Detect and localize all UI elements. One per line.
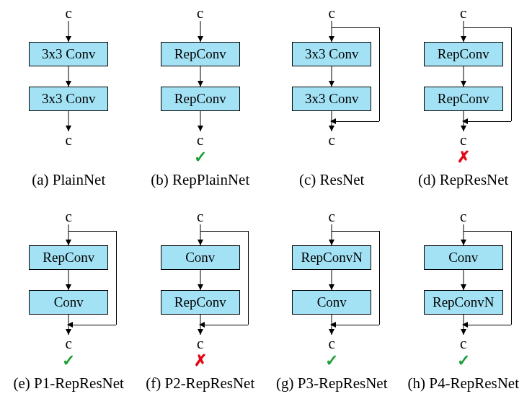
- cell-e-p1represnet: c RepConv Conv c ✓ (e) P1-RepResNet: [3, 209, 135, 413]
- figure-c: c 3x3 Conv 3x3 Conv c: [267, 6, 396, 146]
- skip-connection-line: [248, 231, 249, 325]
- arrowhead-icon: [66, 329, 71, 335]
- skip-connection-line: [464, 231, 511, 232]
- cell-a-plainnet: c 3x3 Conv 3x3 Conv c (a) PlainNet: [3, 6, 135, 209]
- input-label: c: [460, 208, 466, 226]
- output-label: c: [460, 131, 466, 149]
- output-label: c: [329, 131, 335, 149]
- arrowhead-icon: [198, 126, 203, 131]
- arrowhead-icon: [329, 329, 334, 335]
- arrowhead-icon: [66, 81, 71, 87]
- input-label: c: [460, 4, 466, 22]
- diagram-page: c 3x3 Conv 3x3 Conv c (a) PlainNet c Rep…: [0, 0, 532, 412]
- arrowhead-icon: [66, 36, 71, 42]
- skip-connection-line: [334, 121, 379, 122]
- check-icon: ✓: [62, 351, 75, 370]
- caption-h: (h) P4-RepResNet: [407, 374, 519, 393]
- skip-connection-line: [466, 121, 511, 122]
- input-label: c: [66, 4, 72, 22]
- arrowhead-left-icon: [330, 118, 336, 124]
- skip-connection-line: [203, 325, 248, 325]
- arrowhead-icon: [198, 329, 203, 335]
- conv-block-1: 3x3 Conv: [29, 42, 108, 66]
- input-label: c: [329, 4, 335, 22]
- conv-block-1: 3x3 Conv: [292, 42, 371, 66]
- skip-connection-line: [379, 27, 380, 121]
- input-label: c: [197, 208, 203, 226]
- arrowhead-icon: [198, 284, 203, 290]
- conv-block-2: RepConv: [424, 87, 503, 111]
- figure-a: c 3x3 Conv 3x3 Conv c: [4, 6, 133, 146]
- conv-block-1: RepConv: [424, 42, 503, 66]
- arrowhead-left-icon: [199, 322, 205, 328]
- cell-c-resnet: c 3x3 Conv 3x3 Conv c (c) ResNet: [266, 6, 398, 209]
- caption-e: (e) P1-RepResNet: [14, 374, 124, 393]
- conv-block-1: Conv: [424, 245, 503, 270]
- caption-g: (g) P3-RepResNet: [276, 374, 388, 393]
- output-label: c: [66, 335, 72, 353]
- arrowhead-icon: [329, 36, 334, 42]
- conv-block-2: Conv: [29, 290, 108, 315]
- conv-block-1: RepConv: [29, 245, 108, 270]
- input-label: c: [66, 208, 72, 226]
- output-label: c: [66, 131, 72, 149]
- check-icon: ✓: [457, 351, 470, 370]
- caption-b: (b) RepPlainNet: [151, 171, 249, 189]
- figure-f: c Conv RepConv c ✗: [136, 209, 265, 350]
- conv-block-2: RepConvN: [424, 290, 503, 315]
- skip-connection-line: [116, 231, 117, 325]
- skip-connection-line: [379, 231, 380, 325]
- cross-icon: ✗: [457, 148, 470, 167]
- figure-e: c RepConv Conv c ✓: [4, 209, 133, 350]
- arrowhead-icon: [461, 240, 466, 245]
- arrowhead-left-icon: [330, 322, 336, 328]
- caption-a: (a) PlainNet: [32, 171, 105, 189]
- conv-block-1: RepConv: [161, 42, 240, 66]
- arrowhead-icon: [198, 81, 203, 87]
- cell-h-p4represnet: c Conv RepConvN c ✓ (h) P4-RepResNet: [398, 209, 530, 413]
- arrowhead-icon: [461, 81, 466, 87]
- skip-connection-line: [200, 231, 248, 232]
- diagram-grid: c 3x3 Conv 3x3 Conv c (a) PlainNet c Rep…: [3, 6, 529, 412]
- figure-g: c RepConvN Conv c ✓: [267, 209, 396, 350]
- arrowhead-icon: [461, 36, 466, 42]
- figure-b: c RepConv RepConv c ✓: [136, 6, 265, 146]
- skip-connection-line: [332, 231, 379, 232]
- output-label: c: [197, 131, 203, 149]
- cell-d-represnet: c RepConv RepConv c ✗ (d) RepResNet: [398, 6, 530, 209]
- arrowhead-icon: [461, 329, 466, 335]
- arrowhead-icon: [329, 126, 334, 131]
- arrowhead-icon: [198, 240, 203, 245]
- caption-d: (d) RepResNet: [418, 171, 508, 189]
- output-label: c: [197, 335, 203, 353]
- input-label: c: [197, 4, 203, 22]
- figure-d: c RepConv RepConv c ✗: [399, 6, 528, 146]
- skip-connection-line: [334, 325, 379, 325]
- skip-connection-line: [511, 231, 512, 325]
- arrowhead-left-icon: [67, 322, 73, 328]
- arrowhead-icon: [461, 284, 466, 290]
- arrowhead-icon: [66, 240, 71, 245]
- cell-f-p2represnet: c Conv RepConv c ✗ (f) P2-RepResNet: [135, 209, 267, 413]
- arrowhead-icon: [461, 126, 466, 131]
- conv-block-2: RepConv: [161, 290, 240, 315]
- conv-block-2: 3x3 Conv: [29, 87, 108, 111]
- skip-connection-line: [71, 325, 116, 325]
- check-icon: ✓: [325, 351, 338, 370]
- arrowhead-icon: [329, 284, 334, 290]
- figure-h: c Conv RepConvN c ✓: [399, 209, 528, 350]
- skip-connection-line: [464, 27, 511, 28]
- caption-f: (f) P2-RepResNet: [146, 374, 254, 393]
- conv-block-2: RepConv: [161, 87, 240, 111]
- skip-connection-line: [332, 27, 379, 28]
- check-icon: ✓: [194, 148, 207, 167]
- conv-block-2: 3x3 Conv: [292, 87, 371, 111]
- cell-g-p3represnet: c RepConvN Conv c ✓ (g) P3-RepResNet: [266, 209, 398, 413]
- arrowhead-icon: [329, 81, 334, 87]
- output-label: c: [460, 335, 466, 353]
- arrowhead-icon: [66, 284, 71, 290]
- arrowhead-left-icon: [462, 118, 468, 124]
- skip-connection-line: [68, 231, 116, 232]
- conv-block-1: RepConvN: [292, 245, 371, 270]
- arrowhead-icon: [198, 36, 203, 42]
